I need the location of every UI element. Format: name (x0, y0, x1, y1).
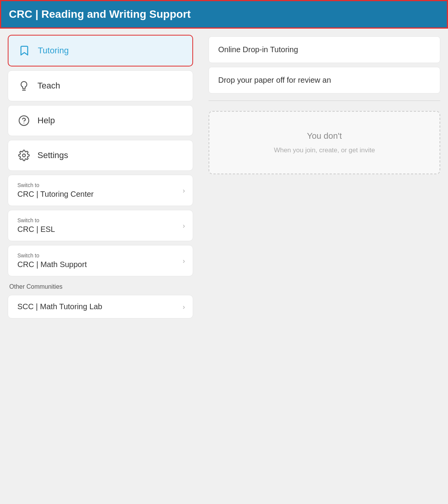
svg-point-2 (22, 154, 25, 157)
chevron-right-icon-0: › (183, 186, 185, 194)
tutoring-label: Tutoring (38, 46, 69, 56)
switch-name-1: CRC | ESL (17, 225, 183, 234)
help-circle-icon (17, 114, 31, 127)
sidebar-item-settings[interactable]: Settings (8, 140, 193, 171)
app-title: CRC | Reading and Writing Support (9, 8, 191, 20)
card-text-1: Drop your paper off for review an (218, 76, 331, 84)
lightbulb-icon (17, 79, 31, 92)
sidebar-item-help[interactable]: Help (8, 105, 193, 136)
empty-state-title: You don't (221, 131, 428, 141)
other-communities-label: Other Communities (8, 280, 193, 291)
main-layout: Tutoring Teach Help (0, 29, 448, 502)
panel-divider (209, 100, 440, 101)
card-drop-paper[interactable]: Drop your paper off for review an (209, 67, 440, 94)
sidebar-item-teach[interactable]: Teach (8, 70, 193, 101)
switch-label-1: Switch to (17, 217, 183, 223)
sidebar: Tutoring Teach Help (0, 29, 201, 502)
gear-icon (17, 149, 31, 162)
switch-label-0: Switch to (17, 182, 183, 188)
sidebar-item-tutoring[interactable]: Tutoring (8, 35, 193, 66)
empty-state-description: When you join, create, or get invite (221, 146, 428, 154)
chevron-right-icon-2: › (183, 257, 185, 265)
card-online-drop-in[interactable]: Online Drop-in Tutoring (209, 36, 440, 63)
right-panel: Online Drop-in Tutoring Drop your paper … (201, 29, 448, 502)
switch-math-support[interactable]: Switch to CRC | Math Support › (8, 245, 193, 276)
card-text-0: Online Drop-in Tutoring (218, 45, 298, 54)
switch-name-0: CRC | Tutoring Center (17, 190, 183, 199)
community-math-tutoring-lab[interactable]: SCC | Math Tutoring Lab › (8, 295, 193, 318)
settings-label: Settings (37, 150, 68, 160)
switch-name-2: CRC | Math Support (17, 260, 183, 269)
switch-tutoring-center[interactable]: Switch to CRC | Tutoring Center › (8, 175, 193, 206)
empty-state-panel: You don't When you join, create, or get … (209, 111, 440, 174)
bookmark-icon (18, 44, 31, 57)
switch-label-2: Switch to (17, 252, 183, 259)
help-label: Help (37, 116, 55, 126)
chevron-right-icon-1: › (183, 221, 185, 230)
switch-esl[interactable]: Switch to CRC | ESL › (8, 210, 193, 241)
svg-point-0 (19, 116, 29, 126)
community-name-0: SCC | Math Tutoring Lab (17, 302, 183, 311)
teach-label: Teach (37, 81, 60, 91)
app-header: CRC | Reading and Writing Support (0, 0, 448, 29)
chevron-right-icon-3: › (183, 303, 185, 311)
